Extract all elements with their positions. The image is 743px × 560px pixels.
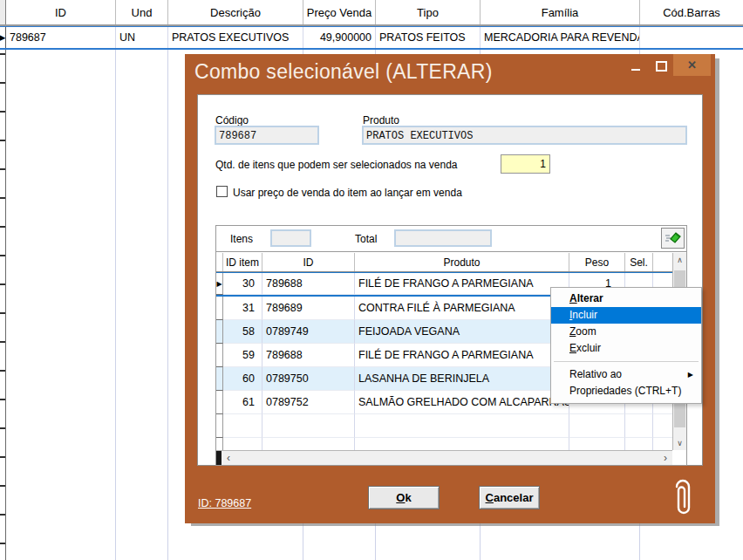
menu-item-relativo-ao[interactable]: Relativo ao▶	[551, 366, 701, 383]
cell-id: 0789749	[262, 320, 355, 344]
row-gutter-cell	[216, 438, 223, 450]
cell-cod-barras	[640, 27, 743, 48]
cancel-button[interactable]: Cancelar	[479, 486, 540, 509]
cell-id-item: 31	[223, 297, 262, 320]
row-gutter-cell	[216, 367, 223, 391]
cell-id: 789688	[262, 273, 355, 295]
codigo-label: Código	[215, 114, 249, 126]
menu-item-incluir[interactable]: Incluir	[551, 307, 701, 324]
cell-id: 789689	[262, 297, 355, 320]
empty-grid-row	[216, 438, 672, 450]
grid-column-peso: Peso	[569, 253, 625, 271]
cell-produto: FEIJOADA VEGANA	[355, 320, 569, 344]
grid-horizontal-scrollbar[interactable]: ‹ ›	[216, 450, 672, 465]
row-gutter-cell	[216, 297, 223, 320]
cell-familia: MERCADORIA PARA REVENDA	[481, 27, 640, 48]
grid-column-sel: Sel.	[625, 253, 653, 271]
cell-produto: SALMÃO GRELHADO COM ALCAPARRAS	[355, 391, 569, 414]
menu-item-label: Relativo ao	[569, 368, 622, 380]
grid-header-row: ID item ID Produto Peso Sel.	[216, 253, 672, 272]
column-header-descricao: Descrição	[168, 0, 303, 24]
row-gutter-cell	[216, 320, 223, 344]
row-selector-icon: ▶	[0, 27, 6, 48]
scroll-left-icon[interactable]: ‹	[222, 451, 235, 465]
cell-id: 0789752	[262, 391, 355, 414]
row-gutter-cell	[216, 391, 223, 414]
menu-separator	[554, 361, 699, 362]
cell-produto: LASANHA DE BERINJELA	[355, 367, 569, 391]
scroll-down-icon[interactable]: ∨	[673, 436, 686, 450]
cell-descricao: PRATOS EXECUTIVOS	[168, 27, 303, 48]
cell-id: 789687	[6, 27, 116, 48]
record-id-link[interactable]: ID: 789687	[198, 497, 251, 509]
maximize-button[interactable]	[649, 54, 673, 76]
cell-id-item: 60	[223, 367, 262, 391]
menu-item-alterar[interactable]: Alterar	[551, 290, 701, 307]
maximize-icon	[656, 61, 667, 72]
total-field[interactable]	[394, 229, 492, 247]
grid-gutter-header	[216, 253, 223, 271]
usar-preco-checkbox[interactable]	[216, 186, 228, 197]
column-header-und: Und	[116, 0, 168, 24]
cell-id-item: 59	[223, 344, 262, 367]
cell-id: 789688	[262, 344, 355, 367]
cell-id: 0789750	[262, 367, 355, 391]
grid-column-id: ID	[262, 253, 355, 271]
codigo-field[interactable]	[215, 126, 319, 145]
total-label: Total	[355, 233, 377, 245]
row-gutter-cell	[216, 344, 223, 367]
product-row-selected[interactable]: ▶ 789687 UN PRATOS EXECUTIVOS 49,900000 …	[0, 26, 743, 50]
column-header-tipo: Tipo	[376, 0, 481, 24]
itens-count-field[interactable]	[270, 229, 311, 247]
grid-context-menu: Alterar Incluir Zoom Excluir Relativo ao…	[550, 287, 702, 404]
cell-id-item: 58	[223, 320, 262, 344]
dialog-title: Combo selecionável (ALTERAR)	[194, 60, 493, 84]
scroll-right-icon[interactable]: ›	[658, 451, 672, 465]
menu-item-excluir[interactable]: Excluir	[551, 340, 701, 357]
broom-icon	[665, 231, 681, 245]
grid-toolbar: Itens Total	[216, 226, 686, 252]
products-table-header: ID Und Descrição Preço Venda Tipo Famíli…	[0, 0, 743, 26]
cell-tipo: PRATOS FEITOS	[376, 27, 481, 48]
minimize-icon	[631, 69, 640, 71]
cell-produto: FILÉ DE FRANGO A PARMEGIANA	[355, 273, 569, 295]
grid-column-filler	[653, 253, 672, 271]
close-icon: ✕	[687, 58, 697, 72]
row-gutter-cell	[216, 414, 223, 438]
grid-line	[167, 50, 168, 560]
grid-line	[115, 50, 116, 560]
produto-field[interactable]	[362, 126, 687, 145]
cell-produto: CONTRA FILÉ À PARMEGIANA	[355, 297, 569, 320]
menu-item-zoom[interactable]: Zoom	[551, 324, 701, 340]
cell-id-item: 30	[223, 273, 262, 295]
empty-grid-row	[216, 414, 672, 438]
column-header-id: ID	[6, 0, 116, 24]
qtd-itens-input[interactable]	[501, 154, 550, 174]
grid-column-id-item: ID item	[223, 253, 262, 271]
ok-button[interactable]: Ok	[368, 486, 440, 509]
row-selector-icon: ▶	[216, 273, 223, 295]
qtd-itens-label: Qtd. de itens que podem ser selecionados…	[215, 159, 458, 171]
clear-items-button[interactable]	[661, 228, 685, 249]
produto-label: Produto	[363, 114, 399, 126]
paperclip-icon[interactable]	[671, 475, 694, 519]
table-row-gutter	[0, 50, 6, 560]
grid-column-produto: Produto	[355, 253, 569, 271]
cell-id-item: 61	[223, 391, 262, 414]
usar-preco-checkbox-label: Usar preço de venda do item ao lançar em…	[233, 187, 462, 199]
menu-item-propriedades[interactable]: Propriedades (CTRL+T)	[551, 383, 701, 400]
cell-preco-venda: 49,900000	[303, 27, 376, 48]
row-selector-header-cell	[0, 0, 6, 24]
column-header-familia: Família	[481, 0, 640, 24]
column-header-preco-venda: Preço Venda	[303, 0, 376, 24]
column-header-cod-barras: Cód.Barras	[640, 0, 743, 24]
itens-label: Itens	[230, 233, 253, 245]
close-button[interactable]: ✕	[673, 54, 711, 76]
scroll-up-icon[interactable]: ∧	[673, 253, 686, 267]
app-screen: ID Und Descrição Preço Venda Tipo Famíli…	[0, 0, 743, 560]
cell-und: UN	[116, 27, 168, 48]
submenu-arrow-icon: ▶	[688, 366, 693, 383]
cell-produto: FILÉ DE FRANGO A PARMEGIANA	[355, 344, 569, 367]
minimize-button[interactable]	[623, 54, 649, 76]
dialog-body-panel: Código Produto Qtd. de itens que podem s…	[197, 94, 703, 466]
